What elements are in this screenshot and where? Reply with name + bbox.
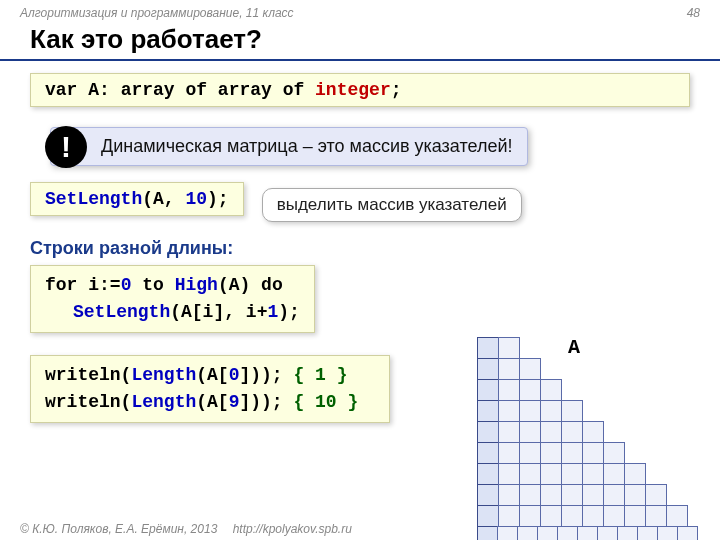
matrix-row <box>478 359 698 380</box>
copyright: © К.Ю. Поляков, Е.А. Ерёмин, 2013 <box>20 522 217 536</box>
matrix-cell <box>497 526 518 540</box>
matrix-pointer-cell <box>477 379 499 401</box>
matrix-cell <box>519 484 541 506</box>
matrix-cell <box>561 505 583 527</box>
matrix-row <box>478 506 698 527</box>
course-topic: Алгоритмизация и программирование, 11 кл… <box>20 6 294 20</box>
exclaim-icon: ! <box>45 126 87 168</box>
matrix-cell <box>540 379 562 401</box>
matrix-pointer-cell <box>477 337 499 359</box>
matrix-cell <box>498 400 520 422</box>
matrix-cell <box>540 421 562 443</box>
matrix-cell <box>617 526 638 540</box>
matrix-cell <box>519 463 541 485</box>
matrix-cell <box>498 442 520 464</box>
matrix-pointer-cell <box>477 505 499 527</box>
kw-integer: integer <box>304 80 390 100</box>
matrix-cell <box>540 400 562 422</box>
matrix-cell <box>666 505 688 527</box>
matrix-cell <box>537 526 558 540</box>
matrix-diagram: A <box>458 338 698 540</box>
matrix-pointer-cell <box>477 526 498 540</box>
matrix-cell <box>540 505 562 527</box>
matrix-cell <box>561 400 583 422</box>
matrix-cell <box>498 505 520 527</box>
code-for-loop: for i:=0 to High(A) do SetLength(A[i], i… <box>30 265 315 333</box>
matrix-cell <box>645 484 667 506</box>
matrix-cell <box>498 484 520 506</box>
matrix-cell <box>624 484 646 506</box>
matrix-cell <box>561 484 583 506</box>
matrix-pointer-cell <box>477 463 499 485</box>
matrix-row <box>478 485 698 506</box>
page-title: Как это работает? <box>0 22 720 61</box>
code-declaration: var A: array of array of integer; <box>30 73 690 107</box>
matrix-row <box>478 380 698 401</box>
speech-bubble: выделить массив указателей <box>262 188 522 222</box>
matrix-cell <box>517 526 538 540</box>
matrix-row <box>478 338 698 359</box>
matrix-cell <box>540 442 562 464</box>
matrix-cell <box>603 442 625 464</box>
matrix-cell <box>637 526 658 540</box>
matrix-cell <box>597 526 618 540</box>
matrix-cell <box>498 337 520 359</box>
matrix-cell <box>540 463 562 485</box>
matrix-row <box>478 443 698 464</box>
matrix-cell <box>561 442 583 464</box>
footer: © К.Ю. Поляков, Е.А. Ерёмин, 2013 http:/… <box>20 522 352 536</box>
matrix-cell <box>519 358 541 380</box>
header: Алгоритмизация и программирование, 11 кл… <box>0 0 720 22</box>
matrix-row <box>478 422 698 443</box>
matrix-cell <box>519 400 541 422</box>
matrix-cell <box>557 526 578 540</box>
matrix-cell <box>519 421 541 443</box>
matrix-pointer-cell <box>477 484 499 506</box>
footer-link[interactable]: http://kpolyakov.spb.ru <box>233 522 352 536</box>
kw-var: var <box>45 80 77 100</box>
matrix-pointer-cell <box>477 358 499 380</box>
matrix-cell <box>624 505 646 527</box>
matrix-cell <box>677 526 698 540</box>
matrix-cell <box>624 463 646 485</box>
subheading: Строки разной длины: <box>30 238 690 259</box>
matrix-label: A <box>568 336 580 359</box>
matrix-cell <box>498 358 520 380</box>
matrix-cell <box>582 484 604 506</box>
matrix-pointer-cell <box>477 442 499 464</box>
code-writeln: writeln(Length(A[0])); { 1 } writeln(Len… <box>30 355 390 423</box>
matrix-cell <box>582 421 604 443</box>
page-number: 48 <box>687 6 700 20</box>
matrix-cell <box>519 505 541 527</box>
matrix-cell <box>498 379 520 401</box>
info-callout: ! Динамическая матрица – это массив указ… <box>50 127 528 166</box>
matrix-cell <box>582 505 604 527</box>
code-setlength: SetLength(A, 10); <box>30 182 244 216</box>
matrix-cell <box>561 421 583 443</box>
callout-text: Динамическая матрица – это массив указат… <box>101 136 513 156</box>
matrix-cell <box>577 526 598 540</box>
matrix-cell <box>603 505 625 527</box>
matrix-cell <box>498 421 520 443</box>
matrix-cell <box>519 442 541 464</box>
matrix-cell <box>657 526 678 540</box>
matrix-cell <box>603 463 625 485</box>
matrix-pointer-cell <box>477 421 499 443</box>
matrix-row <box>478 527 698 540</box>
matrix-pointer-cell <box>477 400 499 422</box>
matrix-cell <box>519 379 541 401</box>
matrix-row <box>478 464 698 485</box>
matrix-cell <box>582 442 604 464</box>
matrix-cell <box>645 505 667 527</box>
matrix-cell <box>498 463 520 485</box>
matrix-cell <box>603 484 625 506</box>
matrix-row <box>478 401 698 422</box>
matrix-cell <box>582 463 604 485</box>
matrix-cell <box>561 463 583 485</box>
matrix-cell <box>540 484 562 506</box>
